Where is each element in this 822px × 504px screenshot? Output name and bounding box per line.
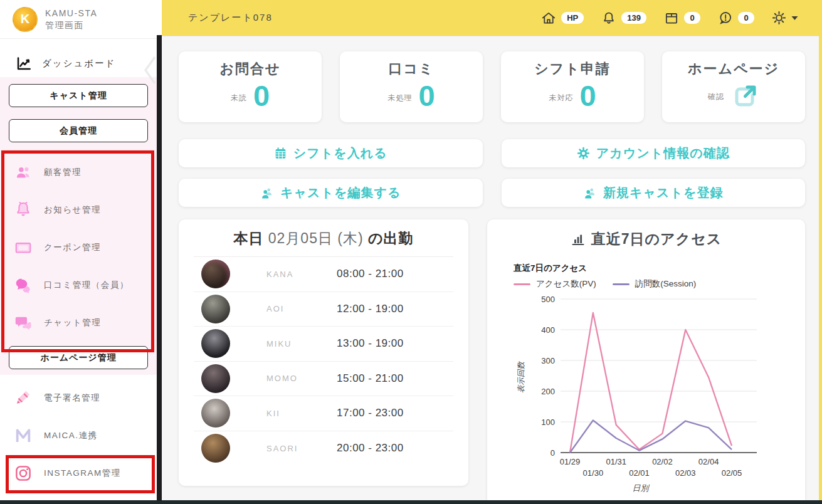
svg-text:02/05: 02/05 <box>722 468 742 478</box>
cast-name: AOI <box>266 304 337 313</box>
stat-card-title: 口コミ <box>340 60 483 78</box>
sidebar-item-maica-integration[interactable]: MAICA.連携 <box>0 424 157 447</box>
stat-card-shift-requests[interactable]: シフト申請 未対応 0 <box>501 51 644 122</box>
shift-time: 08:00 - 21:00 <box>337 268 404 280</box>
sidebar-item-review-management[interactable]: 口コミ管理（会員） <box>0 274 157 297</box>
topbar: テンプレート078 HP 139 0 0 <box>162 0 822 36</box>
orders-box-button[interactable]: 0 <box>663 10 700 26</box>
homepage-management-button[interactable]: ホームページ管理 <box>9 346 148 369</box>
sidebar-item-label: MAICA.連携 <box>44 430 98 441</box>
title-date: 02月05日 (木) <box>268 230 364 246</box>
stat-card-label: 未処理 <box>387 93 412 103</box>
users-icon <box>14 163 33 182</box>
svg-text:02/03: 02/03 <box>675 468 696 478</box>
action-label: 新規キャストを登録 <box>603 184 723 201</box>
svg-text:01/30: 01/30 <box>583 468 604 478</box>
sidebar-item-label: 口コミ管理（会員） <box>44 280 129 291</box>
svg-text:200: 200 <box>541 387 555 396</box>
chart-block: 直近7日のアクセス アクセス数(PV) 訪問数(Session) 010 <box>514 263 793 494</box>
cast-avatar <box>201 364 230 393</box>
cast-name: KII <box>266 409 337 418</box>
enter-shift-button[interactable]: シフトを入れる <box>179 139 483 167</box>
cast-avatar <box>201 434 230 463</box>
notifications-button[interactable]: 139 <box>601 10 646 26</box>
stat-card-title: シフト申請 <box>501 60 644 78</box>
account-info-button[interactable]: アカウント情報の確認 <box>502 139 806 167</box>
shift-time: 12:00 - 19:00 <box>337 303 404 315</box>
sidebar-item-label: INSTAGRAM管理 <box>44 468 121 479</box>
today-shift-panel: 本日 02月05日 (木) の出勤 KANA 08:00 - 21:00 <box>179 219 468 486</box>
homepage-link-button[interactable]: HP <box>540 10 584 26</box>
stat-card-homepage[interactable]: ホームページ 確認 <box>662 51 805 122</box>
sidebar-item-esignature-management[interactable]: 電子署名管理 <box>0 387 157 409</box>
maica-m-icon <box>14 426 33 445</box>
page-title: テンプレート078 <box>188 12 540 24</box>
right-edge-strip <box>819 0 822 500</box>
alert-bubble-icon <box>717 10 734 26</box>
app-title: KAMU-STA 管理画面 <box>45 8 97 31</box>
x-axis-label: 日別 <box>514 483 793 494</box>
stat-card-value: 0 <box>418 80 435 112</box>
stat-card-title: ホームページ <box>662 60 805 78</box>
sidebar-item-instagram-management[interactable]: INSTAGRAM管理 <box>0 462 157 485</box>
dashboard-chart-icon <box>15 55 32 72</box>
register-cast-button[interactable]: 新規キャストを登録 <box>502 179 806 207</box>
shift-row: KII 17:00 - 23:00 <box>194 396 453 431</box>
settings-menu-button[interactable] <box>771 10 798 26</box>
gear-icon <box>577 147 590 160</box>
stat-card-reviews[interactable]: 口コミ 未処理 0 <box>340 51 483 122</box>
dashboard-content: お問合せ 未読 0 口コミ 未処理 0 シフト申請 未対応 <box>162 36 822 504</box>
sidebar-item-coupon-management[interactable]: クーポン管理 <box>0 236 157 259</box>
bottom-edge-strip <box>0 500 822 504</box>
cast-avatar <box>201 399 230 428</box>
access-line-chart: 010020030040050001/2901/3001/3102/0102/0… <box>514 290 793 479</box>
sidebar-item-label: お知らせ管理 <box>44 204 101 216</box>
hp-badge: HP <box>561 12 584 24</box>
sidebar-bottom-items: 電子署名管理 MAICA.連携 INSTAGRAM管理 <box>0 387 157 485</box>
external-link-icon <box>730 82 759 111</box>
sidebar-item-news-management[interactable]: お知らせ管理 <box>0 199 157 221</box>
shift-row: MOMO 15:00 - 21:00 <box>194 362 453 397</box>
cast-avatar <box>201 329 230 358</box>
shift-time: 20:00 - 23:00 <box>337 442 404 454</box>
bell-icon <box>14 201 33 219</box>
shift-time: 13:00 - 19:00 <box>337 337 404 350</box>
alerts-button[interactable]: 0 <box>717 10 754 26</box>
main-area: テンプレート078 HP 139 0 0 <box>162 0 822 504</box>
sidebar-item-label: チャット管理 <box>44 317 101 328</box>
sidebar-item-customer-management[interactable]: 顧客管理 <box>0 161 157 184</box>
chevron-down-icon <box>791 16 798 21</box>
app-name: KAMU-STA <box>45 8 97 19</box>
shift-time: 17:00 - 23:00 <box>337 407 404 419</box>
stat-card-inquiries[interactable]: お問合せ 未読 0 <box>179 51 322 122</box>
alert-count-badge: 0 <box>738 12 754 24</box>
shift-row: KANA 08:00 - 21:00 <box>194 257 453 292</box>
sidebar-item-dashboard[interactable]: ダッシュボード <box>15 55 157 72</box>
chat-icon <box>14 313 33 332</box>
sidebar-header[interactable]: K KAMU-STA 管理画面 <box>0 0 157 39</box>
signature-pen-icon <box>14 389 33 407</box>
cast-management-button[interactable]: キャスト管理 <box>9 84 148 107</box>
instagram-icon <box>14 464 33 483</box>
box-count-badge: 0 <box>684 12 700 24</box>
access-chart-title: 直近7日のアクセス <box>500 228 793 249</box>
calendar-icon <box>274 147 287 160</box>
svg-text:02/04: 02/04 <box>698 457 719 466</box>
panel-title-text: 直近7日のアクセス <box>591 229 722 249</box>
legend-item-pv: アクセス数(PV) <box>514 278 596 290</box>
cast-name: KANA <box>266 270 337 279</box>
sidebar-item-chat-management[interactable]: チャット管理 <box>0 312 157 334</box>
edit-casts-button[interactable]: キャストを編集する <box>179 179 483 207</box>
stat-cards-row: お問合せ 未読 0 口コミ 未処理 0 シフト申請 未対応 <box>179 51 805 122</box>
coupon-icon <box>14 238 33 257</box>
bar-chart-icon <box>571 232 586 247</box>
chart-title: 直近7日のアクセス <box>514 263 793 274</box>
svg-text:02/02: 02/02 <box>652 457 673 466</box>
access-chart-panel: 直近7日のアクセス 直近7日のアクセス アクセス数(PV) 訪問数(Sessio… <box>487 219 805 504</box>
cast-name: MOMO <box>266 374 337 383</box>
legend-label: 訪問数(Session) <box>635 278 697 290</box>
cast-avatar <box>201 260 230 288</box>
session-line-swatch <box>613 283 630 285</box>
member-management-button[interactable]: 会員管理 <box>9 119 148 142</box>
svg-text:表示回数: 表示回数 <box>517 361 525 394</box>
